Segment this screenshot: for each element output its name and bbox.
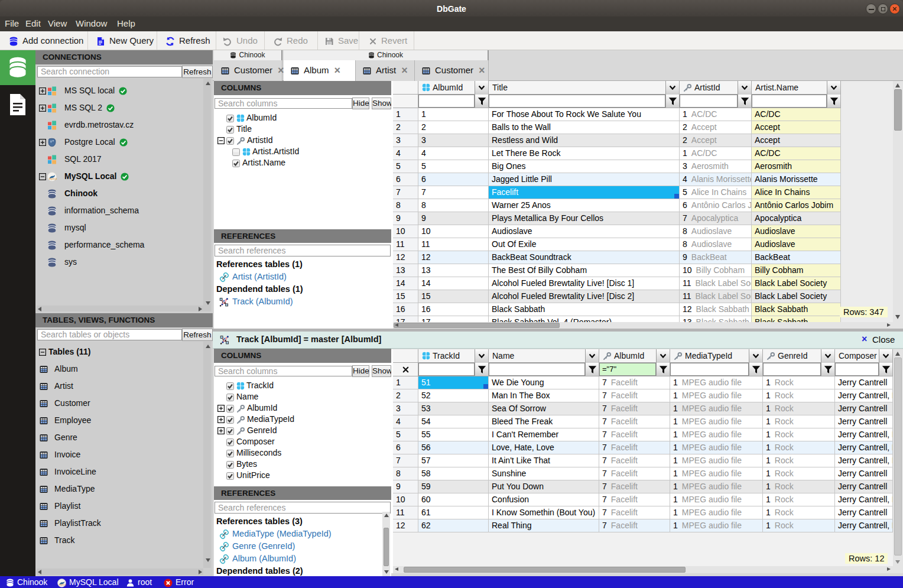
svg-text:MySQL: MySQL (49, 177, 57, 180)
svg-text:MySQL: MySQL (59, 583, 66, 586)
